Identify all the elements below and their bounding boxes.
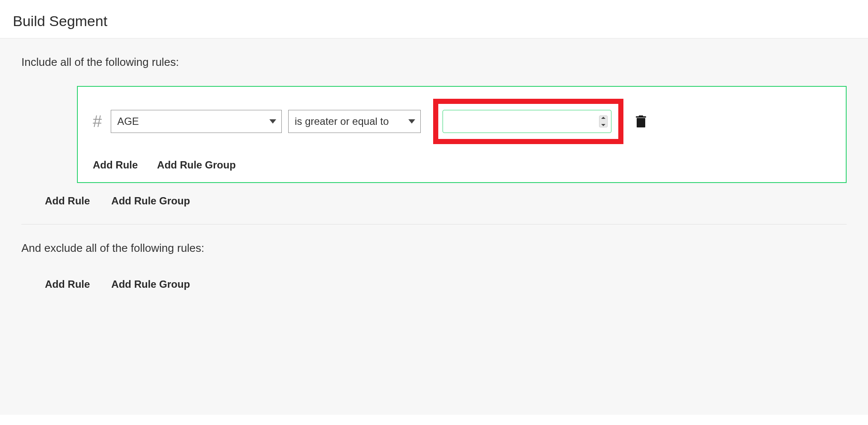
- exclude-label: And exclude all of the following rules:: [21, 242, 847, 255]
- operator-select-value: is greater or equal to: [295, 115, 389, 127]
- rule-group: # AGE is greater or equal to: [77, 86, 847, 183]
- chevron-down-icon: [408, 119, 415, 124]
- group-button-row: Add Rule Add Rule Group: [93, 159, 831, 171]
- section-divider: [21, 224, 847, 224]
- field-select[interactable]: AGE: [111, 110, 282, 133]
- highlight-annotation: [433, 99, 623, 144]
- add-rule-button[interactable]: Add Rule: [45, 195, 90, 207]
- operator-select[interactable]: is greater or equal to: [288, 110, 421, 133]
- rule-row: # AGE is greater or equal to: [93, 99, 831, 144]
- value-input[interactable]: [443, 110, 611, 133]
- add-rule-group-button[interactable]: Add Rule Group: [111, 278, 190, 290]
- stepper-down-icon: [601, 124, 605, 126]
- exclude-section: And exclude all of the following rules: …: [21, 242, 847, 290]
- add-rule-button[interactable]: Add Rule: [93, 159, 138, 171]
- delete-rule-button[interactable]: [636, 115, 646, 127]
- svg-rect-2: [639, 115, 643, 117]
- number-stepper[interactable]: [599, 115, 608, 127]
- chevron-down-icon: [269, 119, 276, 124]
- exclude-outer-button-row: Add Rule Add Rule Group: [45, 278, 847, 290]
- svg-rect-0: [637, 118, 645, 127]
- field-select-value: AGE: [117, 115, 139, 127]
- include-outer-button-row: Add Rule Add Rule Group: [45, 195, 847, 207]
- add-rule-group-button[interactable]: Add Rule Group: [157, 159, 236, 171]
- trash-icon: [636, 115, 646, 127]
- stepper-up-icon: [601, 117, 605, 119]
- add-rule-button[interactable]: Add Rule: [45, 278, 90, 290]
- include-label: Include all of the following rules:: [21, 56, 847, 69]
- segment-builder-content: Include all of the following rules: # AG…: [0, 38, 868, 415]
- hash-icon: #: [93, 112, 102, 131]
- include-section: Include all of the following rules: # AG…: [21, 56, 847, 207]
- page-title: Build Segment: [0, 0, 868, 38]
- add-rule-group-button[interactable]: Add Rule Group: [111, 195, 190, 207]
